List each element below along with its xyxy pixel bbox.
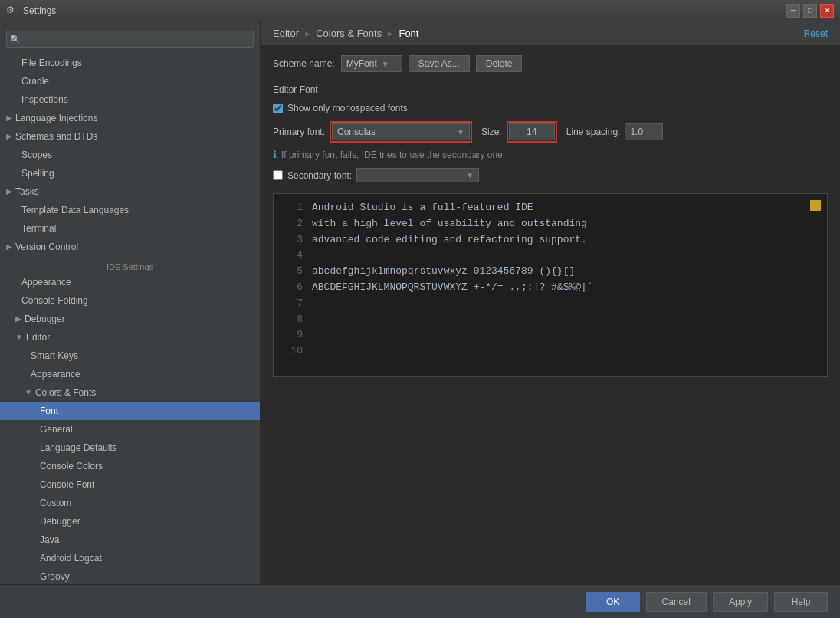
- primary-font-border: Consolas ▼: [330, 121, 472, 143]
- line-number: 5: [280, 264, 303, 280]
- ok-button[interactable]: OK: [586, 592, 640, 612]
- scheme-label: Scheme name:: [273, 58, 335, 69]
- expand-icon: ▶: [6, 239, 12, 255]
- secondary-font-row: Secondary font: ▼: [273, 168, 828, 182]
- save-as-button[interactable]: Save As...: [409, 55, 470, 72]
- line-number: 2: [280, 216, 303, 232]
- sidebar-item-inspections[interactable]: Inspections: [0, 90, 260, 109]
- show-monospaced-label: Show only monospaced fonts: [287, 103, 408, 113]
- close-button[interactable]: ✕: [820, 4, 834, 18]
- sidebar-item-smart-keys[interactable]: Smart Keys: [0, 347, 260, 365]
- breadcrumb-sep1: ▸: [305, 28, 310, 39]
- sidebar: 🔍 File Encodings Gradle Inspections ▶ La…: [0, 21, 261, 584]
- sidebar-item-gradle[interactable]: Gradle: [0, 72, 260, 90]
- breadcrumb-font: Font: [399, 28, 418, 39]
- maximize-button[interactable]: □: [803, 4, 817, 18]
- sidebar-item-debugger-colors[interactable]: Debugger: [0, 512, 260, 531]
- sidebar-item-spelling[interactable]: Spelling: [0, 164, 260, 182]
- line-spacing-label: Line spacing:: [566, 127, 621, 137]
- expand-icon: ▶: [6, 129, 12, 144]
- ide-settings-header: IDE Settings: [0, 256, 260, 273]
- sidebar-item-general[interactable]: General: [0, 420, 260, 439]
- breadcrumb: Editor ▸ Colors & Fonts ▸ Font Reset: [261, 21, 840, 46]
- titlebar: ⚙ Settings ─ □ ✕: [0, 0, 840, 21]
- sidebar-item-terminal[interactable]: Terminal: [0, 219, 260, 238]
- apply-button[interactable]: Apply: [713, 592, 768, 612]
- scheme-dropdown[interactable]: MyFont ▼: [341, 55, 402, 72]
- sidebar-item-version-control[interactable]: ▶ Version Control: [0, 238, 260, 256]
- window-title: Settings: [23, 5, 786, 16]
- sidebar-item-android-logcat[interactable]: Android Logcat: [0, 549, 260, 567]
- sidebar-item-template-data-languages[interactable]: Template Data Languages: [0, 201, 260, 219]
- line-number: 3: [280, 232, 303, 248]
- sidebar-item-custom[interactable]: Custom: [0, 494, 260, 512]
- preview-line-5: 5 abcdefghijklmnopqrstuvwxyz 0123456789 …: [280, 264, 821, 280]
- line-spacing-input[interactable]: [625, 123, 663, 140]
- sidebar-item-console-folding[interactable]: Console Folding: [0, 291, 260, 310]
- line-number: 6: [280, 280, 303, 296]
- bottom-bar: OK Cancel Apply Help: [0, 584, 840, 618]
- size-border: [507, 121, 557, 143]
- info-row: ℹ If primary font fails, IDE tries to us…: [273, 149, 828, 160]
- sidebar-item-console-font[interactable]: Console Font: [0, 475, 260, 494]
- minimize-button[interactable]: ─: [786, 4, 800, 18]
- content-area: Editor ▸ Colors & Fonts ▸ Font Reset Sch…: [261, 21, 840, 584]
- line-number: 8: [280, 312, 303, 328]
- scheme-value: MyFont: [346, 58, 377, 69]
- search-box[interactable]: 🔍: [6, 31, 254, 48]
- sidebar-item-language-injections[interactable]: ▶ Language Injections: [0, 109, 260, 127]
- expand-icon: ▶: [15, 311, 21, 327]
- secondary-font-checkbox[interactable]: [273, 170, 283, 180]
- show-monospaced-checkbox[interactable]: [273, 104, 283, 113]
- sidebar-item-colors-fonts[interactable]: ▼ Colors & Fonts: [0, 383, 260, 402]
- sidebar-item-appearance[interactable]: Appearance: [0, 273, 260, 291]
- sidebar-item-font[interactable]: Font: [0, 402, 260, 420]
- expand-icon: ▶: [6, 184, 12, 199]
- info-text: If primary font fails, IDE tries to use …: [281, 150, 503, 160]
- breadcrumb-path: Editor ▸ Colors & Fonts ▸ Font: [273, 28, 418, 39]
- secondary-font-dropdown[interactable]: ▼: [356, 168, 479, 182]
- chevron-down-icon: ▼: [457, 128, 464, 136]
- search-icon: 🔍: [10, 35, 21, 44]
- expand-icon: ▶: [6, 110, 12, 126]
- editor-font-section-title: Editor Font: [273, 84, 828, 95]
- line-number: 9: [280, 327, 303, 344]
- app-icon: ⚙: [6, 5, 18, 17]
- sidebar-item-schemas-dtds[interactable]: ▶ Schemas and DTDs: [0, 127, 260, 146]
- line-spacing-group: Line spacing:: [566, 123, 664, 140]
- show-monospaced-row: Show only monospaced fonts: [273, 103, 828, 113]
- sidebar-item-appearance-editor[interactable]: Appearance: [0, 365, 260, 383]
- preview-line-4: 4: [280, 248, 821, 264]
- preview-corner-marker: [810, 200, 821, 211]
- chevron-down-icon: ▼: [382, 60, 389, 68]
- primary-font-dropdown[interactable]: Consolas ▼: [332, 123, 470, 140]
- window-controls: ─ □ ✕: [786, 4, 834, 18]
- reset-link[interactable]: Reset: [804, 28, 828, 39]
- delete-button[interactable]: Delete: [476, 55, 523, 72]
- size-input[interactable]: [509, 123, 555, 140]
- breadcrumb-colors-fonts: Colors & Fonts: [316, 28, 382, 39]
- line-content: abcdefghijklmnopqrstuvwxyz 0123456789 ()…: [312, 264, 575, 280]
- cancel-button[interactable]: Cancel: [646, 592, 707, 612]
- line-number: 4: [280, 248, 303, 264]
- sidebar-item-editor[interactable]: ▼ Editor: [0, 328, 260, 347]
- primary-font-label: Primary font:: [273, 127, 325, 137]
- sidebar-item-groovy[interactable]: Groovy: [0, 567, 260, 584]
- sidebar-item-console-colors[interactable]: Console Colors: [0, 457, 260, 475]
- line-number: 7: [280, 296, 303, 312]
- help-button[interactable]: Help: [774, 592, 828, 612]
- sidebar-item-debugger[interactable]: ▶ Debugger: [0, 310, 260, 328]
- secondary-font-label: Secondary font:: [287, 170, 352, 181]
- size-label: Size:: [481, 127, 502, 137]
- search-input[interactable]: [6, 31, 254, 48]
- preview-line-10: 10: [280, 344, 821, 360]
- line-number: 1: [280, 200, 303, 216]
- sidebar-item-tasks[interactable]: ▶ Tasks: [0, 182, 260, 201]
- sidebar-item-language-defaults[interactable]: Language Defaults: [0, 439, 260, 457]
- line-content: advanced code editing and refactoring su…: [312, 232, 587, 248]
- sidebar-item-file-encodings[interactable]: File Encodings: [0, 54, 260, 72]
- primary-font-value: Consolas: [337, 127, 376, 137]
- sidebar-item-java[interactable]: Java: [0, 531, 260, 549]
- line-content: Android Studio is a full-featured IDE: [312, 200, 533, 216]
- sidebar-item-scopes[interactable]: Scopes: [0, 146, 260, 164]
